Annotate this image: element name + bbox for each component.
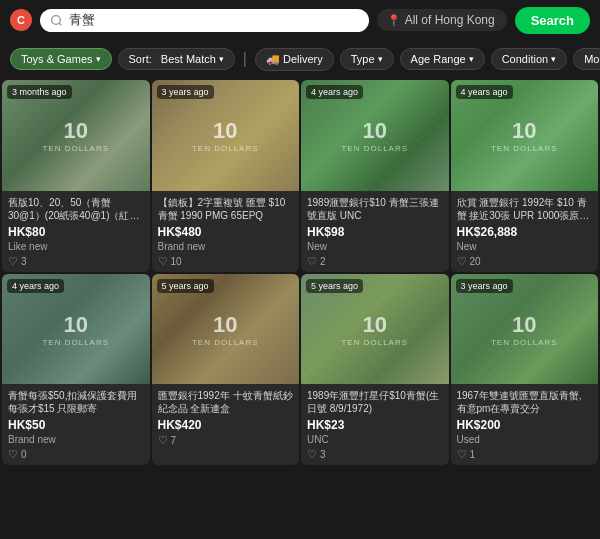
product-title: 匯豐銀行1992年 十蚊青蟹紙鈔紀念品 全新連盒 (158, 389, 294, 415)
product-condition: New (307, 241, 443, 252)
search-button[interactable]: Search (515, 7, 590, 34)
product-title: 欣賞 滙豐銀行 1992年 $10 青蟹 接近30張 UPR 1000張原紙未拆… (457, 196, 593, 222)
location-pin-icon: 📍 (387, 14, 401, 27)
filter-divider: | (241, 50, 249, 68)
time-badge: 4 years ago (7, 279, 64, 293)
product-likes: ♡ 20 (457, 255, 593, 268)
product-image: 10 TEN DOLLARS 4 years ago (301, 80, 449, 191)
heart-icon: ♡ (307, 255, 317, 268)
product-likes: ♡ 2 (307, 255, 443, 268)
product-likes: ♡ 7 (158, 434, 294, 447)
category-filter[interactable]: Toys & Games ▾ (10, 48, 112, 70)
product-condition: Brand new (158, 241, 294, 252)
card-body: 【鎮板】2字重複號 匯豐 $10 青蟹 1990 PMG 65EPQ HK$48… (152, 191, 300, 272)
card-body: 1989滙豐銀行$10 青蟹三張連號直版 UNC HK$98 New ♡ 2 (301, 191, 449, 272)
product-card[interactable]: 10 TEN DOLLARS 4 years ago 青蟹每張$50,扣減保護套… (2, 274, 150, 466)
search-icon (50, 14, 63, 27)
product-condition: Brand new (8, 434, 144, 445)
product-image: 10 TEN DOLLARS 3 years ago (451, 274, 599, 385)
likes-count: 3 (21, 256, 27, 267)
card-body: 青蟹每張$50,扣減保護套費用每張才$15 只限郵寄 HK$50 Brand n… (2, 384, 150, 465)
likes-count: 20 (470, 256, 481, 267)
delivery-filter[interactable]: 🚚 Delivery (255, 48, 334, 71)
product-card[interactable]: 10 TEN DOLLARS 3 years ago 1967年雙連號匯豐直版青… (451, 274, 599, 466)
time-badge: 5 years ago (306, 279, 363, 293)
product-condition: New (457, 241, 593, 252)
time-badge: 4 years ago (306, 85, 363, 99)
product-price: HK$26,888 (457, 225, 593, 239)
heart-icon: ♡ (158, 255, 168, 268)
card-body: 欣賞 滙豐銀行 1992年 $10 青蟹 接近30張 UPR 1000張原紙未拆… (451, 191, 599, 272)
product-image: 10 TEN DOLLARS 4 years ago (451, 80, 599, 191)
likes-count: 3 (320, 449, 326, 460)
header: C 📍 All of Hong Kong Search (0, 0, 600, 40)
condition-filter[interactable]: Condition ▾ (491, 48, 567, 70)
time-badge: 3 years ago (456, 279, 513, 293)
chevron-down-icon: ▾ (378, 54, 383, 64)
heart-icon: ♡ (307, 448, 317, 461)
location-text: All of Hong Kong (405, 13, 495, 27)
product-likes: ♡ 10 (158, 255, 294, 268)
heart-icon: ♡ (8, 448, 18, 461)
product-title: 1967年雙連號匯豐直版青蟹, 有意pm在專賣交分 (457, 389, 593, 415)
chevron-down-icon: ▾ (219, 54, 224, 64)
time-badge: 3 years ago (157, 85, 214, 99)
product-card[interactable]: 10 TEN DOLLARS 3 months ago 舊版10、20、50（青… (2, 80, 150, 272)
product-condition: Used (457, 434, 593, 445)
logo[interactable]: C (10, 9, 32, 31)
product-likes: ♡ 0 (8, 448, 144, 461)
product-price: HK$480 (158, 225, 294, 239)
product-card[interactable]: 10 TEN DOLLARS 5 years ago 匯豐銀行1992年 十蚊青… (152, 274, 300, 466)
location-bar[interactable]: 📍 All of Hong Kong (377, 9, 507, 31)
heart-icon: ♡ (158, 434, 168, 447)
product-title: 1989年滙豐打星仔$10青蟹(生日號 8/9/1972) (307, 389, 443, 415)
product-card[interactable]: 10 TEN DOLLARS 3 years ago 【鎮板】2字重複號 匯豐 … (152, 80, 300, 272)
product-title: 【鎮板】2字重複號 匯豐 $10 青蟹 1990 PMG 65EPQ (158, 196, 294, 222)
sort-filter[interactable]: Sort: Best Match ▾ (118, 48, 235, 70)
search-bar-container (40, 9, 369, 32)
svg-point-0 (52, 15, 61, 24)
card-body: 舊版10、20、50（青蟹30@1）(20紙張40@1)（紅色50/80@1） … (2, 191, 150, 272)
delivery-icon: 🚚 (266, 53, 280, 66)
product-image: 10 TEN DOLLARS 5 years ago (301, 274, 449, 385)
more-filters[interactable]: More filters ⚙ (573, 48, 600, 70)
product-image: 10 TEN DOLLARS 3 years ago (152, 80, 300, 191)
product-likes: ♡ 3 (8, 255, 144, 268)
product-condition: Like new (8, 241, 144, 252)
product-image: 10 TEN DOLLARS 5 years ago (152, 274, 300, 385)
product-card[interactable]: 10 TEN DOLLARS 4 years ago 欣賞 滙豐銀行 1992年… (451, 80, 599, 272)
product-likes: ♡ 1 (457, 448, 593, 461)
product-price: HK$80 (8, 225, 144, 239)
heart-icon: ♡ (8, 255, 18, 268)
product-price: HK$50 (8, 418, 144, 432)
product-price: HK$98 (307, 225, 443, 239)
product-grid: 10 TEN DOLLARS 3 months ago 舊版10、20、50（青… (0, 78, 600, 467)
time-badge: 3 months ago (7, 85, 72, 99)
product-image: 10 TEN DOLLARS 3 months ago (2, 80, 150, 191)
product-title: 1989滙豐銀行$10 青蟹三張連號直版 UNC (307, 196, 443, 222)
likes-count: 1 (470, 449, 476, 460)
product-card[interactable]: 10 TEN DOLLARS 4 years ago 1989滙豐銀行$10 青… (301, 80, 449, 272)
card-body: 1967年雙連號匯豐直版青蟹, 有意pm在專賣交分 HK$200 Used ♡ … (451, 384, 599, 465)
product-title: 青蟹每張$50,扣減保護套費用每張才$15 只限郵寄 (8, 389, 144, 415)
likes-count: 2 (320, 256, 326, 267)
card-body: 1989年滙豐打星仔$10青蟹(生日號 8/9/1972) HK$23 UNC … (301, 384, 449, 465)
chevron-down-icon: ▾ (551, 54, 556, 64)
chevron-down-icon: ▾ (469, 54, 474, 64)
product-price: HK$420 (158, 418, 294, 432)
search-input[interactable] (69, 13, 359, 28)
heart-icon: ♡ (457, 255, 467, 268)
heart-icon: ♡ (457, 448, 467, 461)
product-price: HK$23 (307, 418, 443, 432)
filter-bar: Toys & Games ▾ Sort: Best Match ▾ | 🚚 De… (0, 40, 600, 78)
chevron-down-icon: ▾ (96, 54, 101, 64)
product-card[interactable]: 10 TEN DOLLARS 5 years ago 1989年滙豐打星仔$10… (301, 274, 449, 466)
age-range-filter[interactable]: Age Range ▾ (400, 48, 485, 70)
product-condition: UNC (307, 434, 443, 445)
product-price: HK$200 (457, 418, 593, 432)
likes-count: 10 (171, 256, 182, 267)
likes-count: 0 (21, 449, 27, 460)
product-likes: ♡ 3 (307, 448, 443, 461)
type-filter[interactable]: Type ▾ (340, 48, 394, 70)
product-image: 10 TEN DOLLARS 4 years ago (2, 274, 150, 385)
